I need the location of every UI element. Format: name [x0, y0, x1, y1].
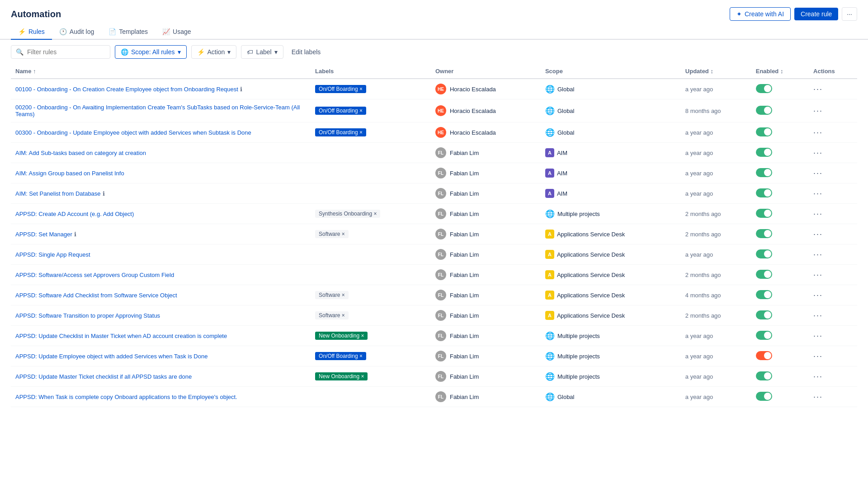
label-icon: 🏷: [247, 48, 253, 56]
label-tag[interactable]: On/Off Boarding ×: [315, 107, 366, 115]
label-tag[interactable]: On/Off Boarding ×: [315, 352, 366, 360]
rule-scope-cell: AApplications Service Desk: [541, 285, 681, 305]
actions-menu-button[interactable]: ···: [813, 189, 823, 198]
actions-menu-button[interactable]: ···: [813, 372, 823, 381]
actions-menu-button[interactable]: ···: [813, 169, 823, 178]
enabled-toggle[interactable]: [756, 188, 772, 197]
tab-rules[interactable]: ⚡ Rules: [11, 24, 52, 40]
avatar: FL: [435, 269, 446, 280]
rule-actions-cell: ···: [809, 143, 857, 163]
rule-name-link[interactable]: 00100 - Onboarding - On Creation Create …: [15, 86, 238, 93]
enabled-toggle[interactable]: [756, 270, 772, 279]
owner-name: Fabian Lim: [450, 353, 479, 360]
rule-labels-cell: On/Off Boarding ×: [311, 99, 431, 122]
enabled-toggle[interactable]: [756, 229, 772, 238]
label-tag[interactable]: New Onboarding ×: [315, 332, 368, 340]
enabled-toggle[interactable]: [756, 84, 772, 93]
rule-scope-cell: 🌐Global: [541, 79, 681, 99]
search-box[interactable]: 🔍: [11, 45, 110, 59]
enabled-toggle[interactable]: [756, 209, 772, 218]
create-rule-button[interactable]: Create rule: [794, 8, 838, 20]
actions-menu-button[interactable]: ···: [813, 148, 823, 157]
label-tag[interactable]: Software ×: [315, 311, 349, 319]
enabled-toggle[interactable]: [756, 127, 772, 136]
enabled-toggle[interactable]: [756, 371, 772, 380]
rule-name-link[interactable]: APPSD: Single App Request: [15, 251, 90, 258]
enabled-toggle[interactable]: [756, 249, 772, 258]
table-row: 00200 - Onboarding - On Awaiting Impleme…: [11, 99, 857, 122]
create-with-ai-button[interactable]: ✦ Create with AI: [730, 7, 791, 21]
rule-owner-cell: FLFabian Lim: [431, 346, 541, 366]
enabled-toggle[interactable]: [756, 351, 772, 360]
actions-menu-button[interactable]: ···: [813, 84, 823, 94]
scope-label: AIM: [557, 170, 567, 177]
enabled-toggle[interactable]: [756, 148, 772, 157]
rule-labels-cell: [311, 265, 431, 285]
rule-name-link[interactable]: APPSD: When Task is complete copy Onboar…: [15, 394, 237, 400]
tab-usage[interactable]: 📈 Usage: [155, 24, 198, 40]
enabled-toggle[interactable]: [756, 290, 772, 299]
label-tag[interactable]: On/Off Boarding ×: [315, 128, 366, 136]
enabled-toggle[interactable]: [756, 168, 772, 177]
avatar: FL: [435, 290, 446, 300]
scope-label: Applications Service Desk: [557, 312, 625, 319]
rule-labels-cell: Software ×: [311, 224, 431, 244]
search-icon: 🔍: [16, 48, 24, 56]
rule-name-link[interactable]: APPSD: Create AD Account (e.g. Add Objec…: [15, 211, 134, 217]
label-tag[interactable]: New Onboarding ×: [315, 372, 368, 380]
actions-menu-button[interactable]: ···: [813, 331, 823, 340]
rule-name-link[interactable]: 00300 - Onboarding - Update Employee obj…: [15, 129, 251, 136]
tab-audit-log[interactable]: 🕐 Audit log: [52, 24, 101, 40]
rule-name-link[interactable]: AIM: Assign Group based on Panelist Info: [15, 170, 124, 177]
actions-menu-button[interactable]: ···: [813, 106, 823, 115]
rule-owner-cell: HEHoracio Escalada: [431, 99, 541, 122]
col-updated[interactable]: Updated ↕: [681, 64, 751, 79]
rule-name-link[interactable]: AIM: Set Panelist from Database: [15, 190, 101, 197]
actions-menu-button[interactable]: ···: [813, 230, 823, 239]
actions-menu-button[interactable]: ···: [813, 270, 823, 279]
rule-actions-cell: ···: [809, 387, 857, 407]
enabled-toggle[interactable]: [756, 310, 772, 319]
rule-owner-cell: FLFabian Lim: [431, 163, 541, 183]
label-tag[interactable]: Synthesis Onboarding ×: [315, 210, 380, 218]
more-options-button[interactable]: ···: [842, 7, 857, 21]
rule-name-link[interactable]: APPSD: Software Transition to proper App…: [15, 312, 160, 319]
rule-name-link[interactable]: AIM: Add Sub-tasks based on category at …: [15, 150, 146, 156]
actions-menu-button[interactable]: ···: [813, 128, 823, 137]
rule-name-link[interactable]: APPSD: Update Employee object with added…: [15, 353, 208, 360]
rule-name-link[interactable]: APPSD: Software Add Checklist from Softw…: [15, 292, 177, 299]
label-filter-button[interactable]: 🏷 Label ▾: [241, 45, 283, 59]
tab-templates[interactable]: 📄 Templates: [101, 24, 155, 40]
rule-updated-cell: a year ago: [681, 79, 751, 99]
action-filter-button[interactable]: ⚡ Action ▾: [191, 45, 237, 59]
enabled-toggle[interactable]: [756, 392, 772, 401]
actions-menu-button[interactable]: ···: [813, 352, 823, 361]
rule-name-link[interactable]: APPSD: Update Checklist in Master Ticket…: [15, 333, 227, 339]
label-tag[interactable]: Software ×: [315, 230, 349, 238]
edit-labels-button[interactable]: Edit labels: [288, 46, 325, 58]
owner-name: Fabian Lim: [450, 394, 479, 400]
rule-name-link[interactable]: APPSD: Set Manager: [15, 231, 72, 238]
col-enabled[interactable]: Enabled ↕: [751, 64, 809, 79]
avatar: FL: [435, 249, 446, 260]
actions-menu-button[interactable]: ···: [813, 311, 823, 320]
rule-name-link[interactable]: 00200 - Onboarding - On Awaiting Impleme…: [15, 104, 300, 117]
actions-menu-button[interactable]: ···: [813, 209, 823, 218]
actions-menu-button[interactable]: ···: [813, 250, 823, 259]
col-name[interactable]: Name ↑: [11, 64, 311, 79]
rule-name-cell: APPSD: Software Add Checklist from Softw…: [11, 285, 311, 305]
rule-name-link[interactable]: APPSD: Software/Access set Approvers Gro…: [15, 272, 174, 278]
enabled-toggle[interactable]: [756, 106, 772, 115]
rule-name-link[interactable]: APPSD: Update Master Ticket checklist if…: [15, 373, 192, 380]
enabled-toggle[interactable]: [756, 331, 772, 340]
avatar: FL: [435, 147, 446, 158]
actions-menu-button[interactable]: ···: [813, 392, 823, 401]
info-icon: ℹ: [103, 190, 105, 197]
label-tag[interactable]: On/Off Boarding ×: [315, 85, 366, 93]
label-tag[interactable]: Software ×: [315, 291, 349, 299]
scope-filter-button[interactable]: 🌐 Scope: All rules ▾: [115, 45, 187, 59]
rule-actions-cell: ···: [809, 305, 857, 326]
actions-menu-button[interactable]: ···: [813, 291, 823, 300]
search-input[interactable]: [27, 48, 105, 56]
scope-label: Global: [557, 86, 575, 93]
